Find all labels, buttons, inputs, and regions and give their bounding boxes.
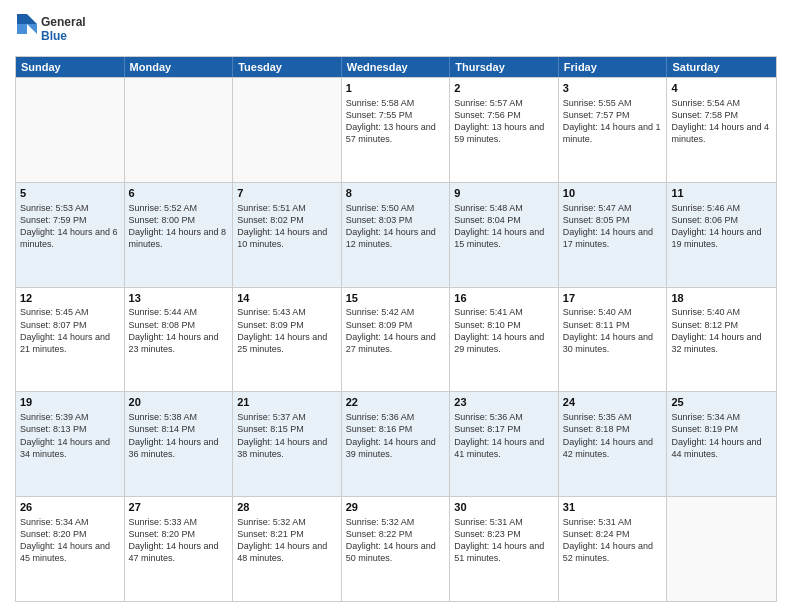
day-cell-10: 10Sunrise: 5:47 AMSunset: 8:05 PMDayligh… (559, 183, 668, 287)
day-cell-4: 4Sunrise: 5:54 AMSunset: 7:58 PMDaylight… (667, 78, 776, 182)
sunrise-text: Sunrise: 5:42 AM (346, 307, 415, 317)
sunset-text: Sunset: 8:23 PM (454, 529, 521, 539)
sunset-text: Sunset: 8:13 PM (20, 424, 87, 434)
empty-cell (667, 497, 776, 601)
sunset-text: Sunset: 8:20 PM (20, 529, 87, 539)
sunrise-text: Sunrise: 5:53 AM (20, 203, 89, 213)
day-number: 31 (563, 500, 663, 515)
sunset-text: Sunset: 8:05 PM (563, 215, 630, 225)
sunrise-text: Sunrise: 5:57 AM (454, 98, 523, 108)
daylight-text: Daylight: 14 hours and 42 minutes. (563, 437, 653, 459)
sunset-text: Sunset: 8:10 PM (454, 320, 521, 330)
daylight-text: Daylight: 14 hours and 6 minutes. (20, 227, 118, 249)
sunset-text: Sunset: 8:15 PM (237, 424, 304, 434)
day-number: 24 (563, 395, 663, 410)
daylight-text: Daylight: 14 hours and 34 minutes. (20, 437, 110, 459)
daylight-text: Daylight: 14 hours and 50 minutes. (346, 541, 436, 563)
sunrise-text: Sunrise: 5:36 AM (346, 412, 415, 422)
daylight-text: Daylight: 14 hours and 32 minutes. (671, 332, 761, 354)
sunrise-text: Sunrise: 5:55 AM (563, 98, 632, 108)
day-number: 25 (671, 395, 772, 410)
calendar: SundayMondayTuesdayWednesdayThursdayFrid… (15, 56, 777, 602)
empty-cell (125, 78, 234, 182)
day-cell-2: 2Sunrise: 5:57 AMSunset: 7:56 PMDaylight… (450, 78, 559, 182)
day-cell-24: 24Sunrise: 5:35 AMSunset: 8:18 PMDayligh… (559, 392, 668, 496)
calendar-row-0: 1Sunrise: 5:58 AMSunset: 7:55 PMDaylight… (16, 77, 776, 182)
sunrise-text: Sunrise: 5:39 AM (20, 412, 89, 422)
sunrise-text: Sunrise: 5:36 AM (454, 412, 523, 422)
day-number: 13 (129, 291, 229, 306)
day-number: 18 (671, 291, 772, 306)
sunrise-text: Sunrise: 5:32 AM (237, 517, 306, 527)
day-cell-18: 18Sunrise: 5:40 AMSunset: 8:12 PMDayligh… (667, 288, 776, 392)
daylight-text: Daylight: 14 hours and 38 minutes. (237, 437, 327, 459)
day-number: 3 (563, 81, 663, 96)
logo-svg: General Blue (15, 10, 95, 48)
daylight-text: Daylight: 14 hours and 4 minutes. (671, 122, 769, 144)
sunrise-text: Sunrise: 5:45 AM (20, 307, 89, 317)
page: General Blue SundayMondayTuesdayWednesda… (0, 0, 792, 612)
sunset-text: Sunset: 8:00 PM (129, 215, 196, 225)
sunrise-text: Sunrise: 5:38 AM (129, 412, 198, 422)
day-number: 29 (346, 500, 446, 515)
sunset-text: Sunset: 8:16 PM (346, 424, 413, 434)
sunrise-text: Sunrise: 5:52 AM (129, 203, 198, 213)
calendar-row-1: 5Sunrise: 5:53 AMSunset: 7:59 PMDaylight… (16, 182, 776, 287)
daylight-text: Daylight: 14 hours and 8 minutes. (129, 227, 227, 249)
day-number: 14 (237, 291, 337, 306)
daylight-text: Daylight: 14 hours and 17 minutes. (563, 227, 653, 249)
day-cell-3: 3Sunrise: 5:55 AMSunset: 7:57 PMDaylight… (559, 78, 668, 182)
day-number: 22 (346, 395, 446, 410)
day-number: 4 (671, 81, 772, 96)
day-cell-30: 30Sunrise: 5:31 AMSunset: 8:23 PMDayligh… (450, 497, 559, 601)
day-number: 27 (129, 500, 229, 515)
day-cell-16: 16Sunrise: 5:41 AMSunset: 8:10 PMDayligh… (450, 288, 559, 392)
day-number: 17 (563, 291, 663, 306)
daylight-text: Daylight: 14 hours and 15 minutes. (454, 227, 544, 249)
day-number: 21 (237, 395, 337, 410)
sunset-text: Sunset: 8:11 PM (563, 320, 630, 330)
calendar-header: SundayMondayTuesdayWednesdayThursdayFrid… (16, 57, 776, 77)
daylight-text: Daylight: 14 hours and 52 minutes. (563, 541, 653, 563)
svg-marker-3 (27, 24, 37, 34)
sunset-text: Sunset: 7:57 PM (563, 110, 630, 120)
day-number: 5 (20, 186, 120, 201)
calendar-row-2: 12Sunrise: 5:45 AMSunset: 8:07 PMDayligh… (16, 287, 776, 392)
day-cell-31: 31Sunrise: 5:31 AMSunset: 8:24 PMDayligh… (559, 497, 668, 601)
day-cell-22: 22Sunrise: 5:36 AMSunset: 8:16 PMDayligh… (342, 392, 451, 496)
sunset-text: Sunset: 7:55 PM (346, 110, 413, 120)
day-cell-1: 1Sunrise: 5:58 AMSunset: 7:55 PMDaylight… (342, 78, 451, 182)
daylight-text: Daylight: 13 hours and 57 minutes. (346, 122, 436, 144)
day-number: 15 (346, 291, 446, 306)
header-day-thursday: Thursday (450, 57, 559, 77)
sunrise-text: Sunrise: 5:58 AM (346, 98, 415, 108)
daylight-text: Daylight: 14 hours and 12 minutes. (346, 227, 436, 249)
daylight-text: Daylight: 14 hours and 29 minutes. (454, 332, 544, 354)
sunrise-text: Sunrise: 5:46 AM (671, 203, 740, 213)
sunset-text: Sunset: 7:59 PM (20, 215, 87, 225)
daylight-text: Daylight: 14 hours and 30 minutes. (563, 332, 653, 354)
day-number: 6 (129, 186, 229, 201)
day-number: 26 (20, 500, 120, 515)
day-number: 11 (671, 186, 772, 201)
svg-marker-2 (27, 14, 37, 24)
calendar-body: 1Sunrise: 5:58 AMSunset: 7:55 PMDaylight… (16, 77, 776, 601)
sunrise-text: Sunrise: 5:54 AM (671, 98, 740, 108)
daylight-text: Daylight: 14 hours and 39 minutes. (346, 437, 436, 459)
sunrise-text: Sunrise: 5:33 AM (129, 517, 198, 527)
day-cell-7: 7Sunrise: 5:51 AMSunset: 8:02 PMDaylight… (233, 183, 342, 287)
sunset-text: Sunset: 8:18 PM (563, 424, 630, 434)
sunset-text: Sunset: 8:07 PM (20, 320, 87, 330)
day-number: 10 (563, 186, 663, 201)
daylight-text: Daylight: 14 hours and 41 minutes. (454, 437, 544, 459)
day-cell-26: 26Sunrise: 5:34 AMSunset: 8:20 PMDayligh… (16, 497, 125, 601)
daylight-text: Daylight: 14 hours and 27 minutes. (346, 332, 436, 354)
sunrise-text: Sunrise: 5:31 AM (563, 517, 632, 527)
sunset-text: Sunset: 8:02 PM (237, 215, 304, 225)
day-cell-23: 23Sunrise: 5:36 AMSunset: 8:17 PMDayligh… (450, 392, 559, 496)
day-number: 2 (454, 81, 554, 96)
day-number: 30 (454, 500, 554, 515)
sunrise-text: Sunrise: 5:50 AM (346, 203, 415, 213)
day-cell-13: 13Sunrise: 5:44 AMSunset: 8:08 PMDayligh… (125, 288, 234, 392)
day-cell-27: 27Sunrise: 5:33 AMSunset: 8:20 PMDayligh… (125, 497, 234, 601)
